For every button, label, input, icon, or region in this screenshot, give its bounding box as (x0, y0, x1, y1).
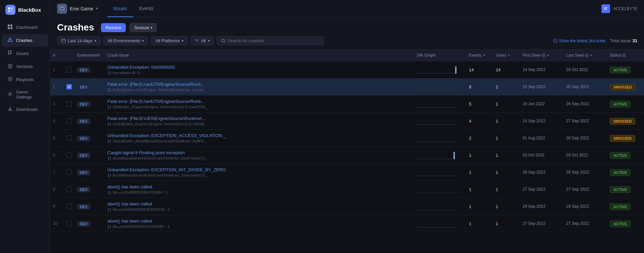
row-checkbox-cell[interactable] (64, 96, 74, 113)
svg-rect-206 (423, 193, 425, 193)
col-events[interactable]: Events (466, 50, 493, 61)
row-first-seen: 01 Aug 2022 (520, 130, 564, 147)
row-checkbox[interactable] (66, 170, 72, 175)
row-status: ACTIVE (607, 215, 644, 232)
table-row: 10 DEV abort() has been called. {} libc.… (50, 215, 644, 232)
svg-rect-92 (433, 107, 435, 108)
svg-rect-133 (422, 141, 423, 142)
snooze-chevron-icon: ▾ (151, 26, 152, 29)
sidebar-item-crashes[interactable]: Crashes (2, 34, 48, 47)
row-checkbox-cell[interactable] (64, 61, 74, 78)
col-first-seen[interactable]: First Seen (520, 50, 564, 61)
svg-rect-135 (425, 141, 426, 142)
svg-rect-221 (448, 193, 450, 193)
crash-title[interactable]: Fatal error: [File:D:\UE5\Engine\Source\… (107, 116, 411, 121)
row-checkbox-cell[interactable] (64, 147, 74, 164)
svg-rect-237 (435, 210, 436, 210)
row-graph (414, 164, 466, 181)
svg-rect-188 (433, 176, 435, 176)
sidebar-item-playtests[interactable]: Playtests (2, 73, 48, 86)
sidebar-item-label-downloads: Downloads (16, 107, 38, 112)
col-users[interactable]: Users (493, 50, 520, 61)
crash-title[interactable]: Unhandled Exception: 0x00000001 (107, 65, 411, 70)
crash-title[interactable]: Fatal error: [File:D:/ue4270/Engine/Sour… (107, 82, 411, 87)
crash-subtitle: {} RollingGame.exe!UEngine::PerformError… (107, 88, 411, 92)
row-status: ACTIVE (607, 164, 644, 181)
time-filter-button[interactable]: Last 14 days ▾ (57, 36, 101, 45)
platform-filter-button[interactable]: All Platforms ▾ (151, 36, 188, 45)
row-events: 5 (466, 96, 493, 113)
row-checkbox[interactable] (66, 152, 72, 158)
env-filter-button[interactable]: All Environments ▾ (103, 36, 149, 45)
crash-title[interactable]: Fatal error: [File:D:/ue4270/Engine/Sour… (107, 99, 411, 104)
row-env: DEV (74, 61, 105, 78)
row-checkbox-cell[interactable] (64, 181, 74, 198)
svg-rect-115 (432, 124, 433, 125)
game-chevron-icon[interactable]: ▾ (96, 6, 98, 11)
svg-rect-53 (448, 73, 450, 74)
svg-rect-162 (430, 159, 431, 159)
svg-rect-140 (433, 141, 435, 142)
row-crash-issue: Unhandled Exception: EXCEPTION_INT_DIVID… (105, 164, 414, 181)
col-last-seen[interactable]: Last Seen (564, 50, 607, 61)
svg-rect-238 (437, 210, 438, 210)
crash-title[interactable]: Unhandled Exception: EXCEPTION_INT_DIVID… (107, 167, 411, 172)
crash-title[interactable]: abort() has been called. (107, 184, 411, 189)
svg-rect-13 (62, 39, 65, 43)
tab-events[interactable]: Events (133, 0, 160, 17)
row-checkbox-cell[interactable] (64, 130, 74, 147)
tab-issues[interactable]: Issues (107, 0, 133, 17)
svg-rect-205 (422, 193, 423, 193)
svg-rect-130 (417, 141, 418, 142)
svg-rect-252 (420, 227, 421, 228)
sidebar-item-downloads[interactable]: Downloads (2, 103, 48, 116)
sidebar-item-game-settings[interactable]: Game Settings (2, 86, 48, 103)
sidebar-item-dashboard[interactable]: Dashboard (2, 21, 48, 34)
svg-rect-196 (447, 176, 448, 176)
jira-link[interactable]: Show the linked Jira ticket (553, 39, 605, 43)
crash-subtitle: {} AccelManiaServer!AZeroCrashTestActor:… (107, 173, 411, 177)
row-checkbox-cell[interactable] (64, 78, 74, 96)
row-checkbox[interactable] (66, 221, 72, 226)
resolve-button[interactable]: Resolve (101, 23, 126, 32)
row-checkbox-cell[interactable] (64, 198, 74, 215)
svg-rect-127 (452, 124, 453, 125)
svg-rect-151 (452, 141, 453, 142)
sidebar-logo[interactable]: BlackBox (0, 0, 50, 21)
row-checkbox-cell[interactable] (64, 215, 74, 232)
row-checkbox-cell[interactable] (64, 164, 74, 181)
svg-rect-63 (425, 90, 426, 91)
row-checkbox[interactable] (66, 84, 72, 89)
row-first-seen: 27 Sep 2022 (520, 181, 564, 198)
row-graph (414, 113, 466, 130)
last-seen-sort-icon (590, 54, 593, 57)
settings-icon (7, 91, 13, 98)
svg-point-24 (555, 40, 555, 40)
snooze-button[interactable]: Snooze ▾ (130, 23, 156, 32)
search-input[interactable] (227, 38, 320, 43)
all-filter-button[interactable]: All ▾ (191, 36, 214, 45)
crash-title[interactable]: Caught signal 8 Floating point exception (107, 150, 411, 155)
row-checkbox[interactable] (66, 67, 72, 72)
toolbar-right: Show the linked Jira ticket Total issue … (553, 38, 637, 43)
row-checkbox[interactable] (66, 204, 72, 209)
svg-rect-163 (432, 159, 433, 159)
row-checkbox[interactable] (66, 118, 72, 124)
crash-title[interactable]: abort() has been called. (107, 218, 411, 224)
row-checkbox[interactable] (66, 101, 72, 107)
row-checkbox[interactable] (66, 187, 72, 192)
row-checkbox-cell[interactable] (64, 113, 74, 130)
svg-line-21 (224, 42, 225, 43)
row-checkbox[interactable] (66, 135, 72, 141)
sidebar-item-versions[interactable]: Versions (2, 60, 48, 73)
svg-rect-3 (11, 10, 13, 12)
row-status: ACTIVE (607, 181, 644, 198)
svg-rect-68 (433, 90, 435, 91)
svg-rect-48 (440, 73, 441, 74)
crash-title[interactable]: abort() has been called. (107, 201, 411, 206)
sidebar-item-issues[interactable]: Issues (2, 47, 48, 60)
row-num: 2 (50, 78, 64, 96)
row-first-seen: 29 Sep 2022 (520, 198, 564, 215)
crash-title[interactable]: Unhandled Exception: EXCEPTION_ACCESS_VI… (107, 133, 411, 138)
svg-rect-147 (445, 141, 446, 142)
